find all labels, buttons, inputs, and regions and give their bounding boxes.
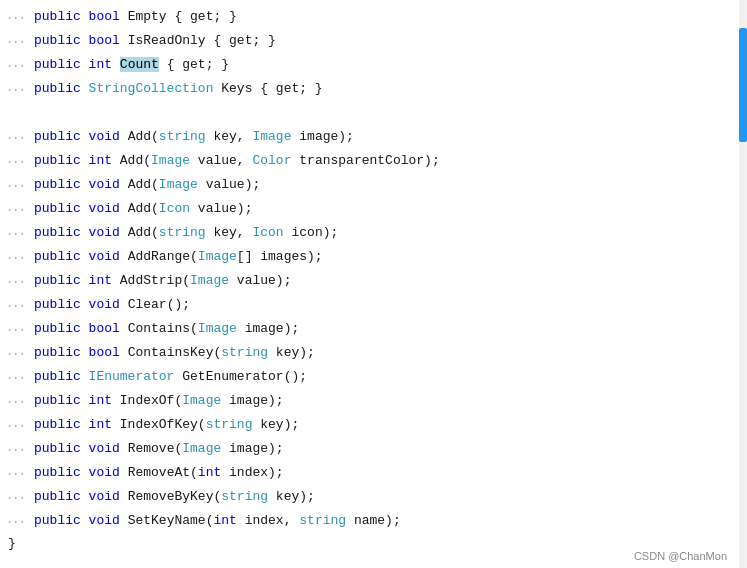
line-content: public IEnumerator GetEnumerator(); (30, 369, 747, 384)
line-content: public void Add(Icon value); (30, 201, 747, 216)
line-content: public bool IsReadOnly { get; } (30, 33, 747, 48)
code-token: image); (221, 441, 283, 456)
line-gutter[interactable]: ... (2, 201, 30, 215)
code-line: ...public bool ContainsKey(string key); (0, 340, 747, 364)
code-token: icon); (284, 225, 339, 240)
line-content: public int Count { get; } (30, 57, 747, 72)
code-token: Add( (120, 201, 159, 216)
code-line: ...public IEnumerator GetEnumerator(); (0, 364, 747, 388)
code-token: value); (198, 177, 260, 192)
line-gutter[interactable]: ... (2, 489, 30, 503)
code-token: Image (182, 441, 221, 456)
line-gutter[interactable]: ... (2, 249, 30, 263)
line-content: public int AddStrip(Image value); (30, 273, 747, 288)
code-token: public (34, 9, 89, 24)
code-token: Image (198, 321, 237, 336)
code-token: Clear(); (120, 297, 190, 312)
code-token: AddStrip( (112, 273, 190, 288)
line-content: public void Remove(Image image); (30, 441, 747, 456)
code-token: ContainsKey( (120, 345, 221, 360)
line-gutter[interactable]: ... (2, 177, 30, 191)
code-token: Add( (120, 225, 159, 240)
code-token: key); (268, 489, 315, 504)
code-token: void (89, 297, 120, 312)
line-gutter[interactable]: ... (2, 297, 30, 311)
line-gutter[interactable]: ... (2, 9, 30, 23)
line-content: public bool ContainsKey(string key); (30, 345, 747, 360)
code-token: int (89, 153, 112, 168)
line-content: public bool Empty { get; } (30, 9, 747, 24)
line-gutter[interactable]: ... (2, 273, 30, 287)
line-content: public int IndexOfKey(string key); (30, 417, 747, 432)
lines-wrapper: ...public bool Empty { get; }...public b… (0, 4, 747, 532)
code-token (112, 57, 120, 72)
line-gutter[interactable]: ... (2, 441, 30, 455)
code-line: ...public int AddStrip(Image value); (0, 268, 747, 292)
code-token: value); (190, 201, 252, 216)
code-token: string (206, 417, 253, 432)
code-token: key, (206, 129, 253, 144)
code-token: bool (89, 345, 120, 360)
line-gutter[interactable]: ... (2, 81, 30, 95)
code-token: public (34, 201, 89, 216)
code-token: public (34, 153, 89, 168)
code-token: image); (221, 393, 283, 408)
line-gutter[interactable]: ... (2, 153, 30, 167)
code-token: void (89, 201, 120, 216)
line-gutter[interactable]: ... (2, 33, 30, 47)
code-token: public (34, 177, 89, 192)
code-line: ...public void RemoveAt(int index); (0, 460, 747, 484)
code-line: ...public int IndexOf(Image image); (0, 388, 747, 412)
scrollbar-v[interactable] (739, 0, 747, 568)
code-token: int (213, 513, 236, 528)
line-content: public void SetKeyName(int index, string… (30, 513, 747, 528)
line-content: public void RemoveByKey(string key); (30, 489, 747, 504)
code-line: ...public int Add(Image value, Color tra… (0, 148, 747, 172)
code-token: RemoveAt( (120, 465, 198, 480)
line-gutter[interactable]: ... (2, 57, 30, 71)
code-token: Contains( (120, 321, 198, 336)
code-token: Image (182, 393, 221, 408)
line-content: public int IndexOf(Image image); (30, 393, 747, 408)
code-token: public (34, 81, 89, 96)
code-token: public (34, 273, 89, 288)
code-token: SetKeyName( (120, 513, 214, 528)
line-gutter[interactable]: ... (2, 369, 30, 383)
code-token: StringCollection (89, 81, 214, 96)
line-gutter[interactable]: ... (2, 129, 30, 143)
line-gutter[interactable]: ... (2, 393, 30, 407)
code-token: GetEnumerator(); (174, 369, 307, 384)
code-token: public (34, 33, 89, 48)
code-token: int (198, 465, 221, 480)
code-token: void (89, 441, 120, 456)
code-token: bool (89, 321, 120, 336)
line-gutter[interactable]: ... (2, 225, 30, 239)
line-gutter[interactable]: ... (2, 417, 30, 431)
code-token: public (34, 513, 89, 528)
line-gutter[interactable]: ... (2, 321, 30, 335)
code-token: [] images); (237, 249, 323, 264)
line-gutter[interactable]: ... (2, 465, 30, 479)
code-token: void (89, 177, 120, 192)
code-token: Count (120, 57, 159, 72)
code-token: int (89, 417, 112, 432)
line-gutter[interactable]: ... (2, 345, 30, 359)
code-token: Remove( (120, 441, 182, 456)
code-line: ...public void Add(string key, Image ima… (0, 124, 747, 148)
code-line: ...public void SetKeyName(int index, str… (0, 508, 747, 532)
line-content: public void AddRange(Image[] images); (30, 249, 747, 264)
code-token: index, (237, 513, 299, 528)
code-token: key); (268, 345, 315, 360)
scrollbar-thumb[interactable] (739, 28, 747, 142)
code-token: public (34, 57, 89, 72)
line-gutter[interactable]: ... (2, 513, 30, 527)
code-line: ...public int IndexOfKey(string key); (0, 412, 747, 436)
code-token: void (89, 465, 120, 480)
code-token: Image (151, 153, 190, 168)
code-token: string (221, 345, 268, 360)
code-line: ...public void AddRange(Image[] images); (0, 244, 747, 268)
code-token: public (34, 417, 89, 432)
code-token: int (89, 273, 112, 288)
code-token: key); (252, 417, 299, 432)
code-token: IsReadOnly { get; } (120, 33, 276, 48)
